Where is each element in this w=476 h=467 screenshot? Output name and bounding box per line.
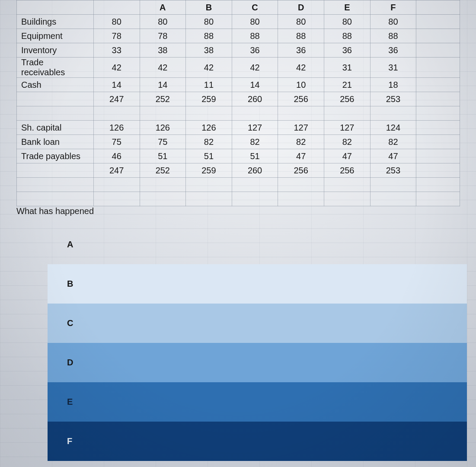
band-A[interactable]: A [48,225,467,264]
row-label[interactable]: Cash [17,78,94,92]
hdr-blank-1[interactable] [17,0,94,15]
spacer-row [17,192,460,206]
hdr-E[interactable]: E [324,0,371,15]
band-label: D [67,358,73,368]
table-row: Sh. capital 126 126 126 127 127 127 124 [17,121,460,135]
band-E[interactable]: E [48,382,467,422]
table-row: Bank loan 75 75 82 82 82 82 82 [17,135,460,149]
table-row: Trade receivables 42 42 42 42 42 31 31 [17,58,460,78]
band-B[interactable]: B [48,264,467,304]
trailing-col[interactable] [416,0,460,15]
table-row: Equipment 78 78 88 88 88 88 88 [17,29,460,43]
answer-bands: A B C D E F [48,225,467,461]
table-row: Buildings 80 80 80 80 80 80 80 [17,15,460,29]
hdr-blank-2[interactable] [93,0,140,15]
band-D[interactable]: D [48,343,467,382]
hdr-D[interactable]: D [278,0,324,15]
row-label[interactable]: Bank loan [17,135,94,149]
band-F[interactable]: F [48,422,467,461]
table-row: Cash 14 14 11 14 10 21 18 [17,78,460,92]
row-label[interactable]: Sh. capital [17,121,94,135]
spacer-row [17,178,460,192]
hdr-F[interactable]: F [370,0,416,15]
hdr-C[interactable]: C [232,0,278,15]
hdr-B[interactable]: B [186,0,232,15]
band-C[interactable]: C [48,304,467,343]
hdr-A[interactable]: A [140,0,186,15]
row-label[interactable]: Equipment [17,29,94,43]
row-label[interactable]: Trade receivables [17,58,94,78]
equity-total-row: 247 252 259 260 256 256 253 [17,163,460,178]
question-text: What has happened [16,206,94,216]
table-row: Inventory 33 38 38 36 36 36 36 [17,43,460,58]
spacer-row [17,106,460,121]
band-label: C [67,318,73,328]
band-label: F [67,436,72,446]
band-label: E [67,397,73,407]
balance-table[interactable]: A B C D E F Buildings 80 80 80 80 80 80 … [16,0,460,206]
row-label[interactable]: Trade payables [17,149,94,163]
band-label: B [67,279,73,289]
assets-total-row: 247 252 259 260 256 256 253 [17,92,460,106]
table-row: Trade payables 46 51 51 51 47 47 47 [17,149,460,163]
band-label: A [67,240,73,249]
row-label[interactable]: Inventory [17,43,94,58]
header-row: A B C D E F [17,0,460,15]
row-label[interactable]: Buildings [17,15,94,29]
